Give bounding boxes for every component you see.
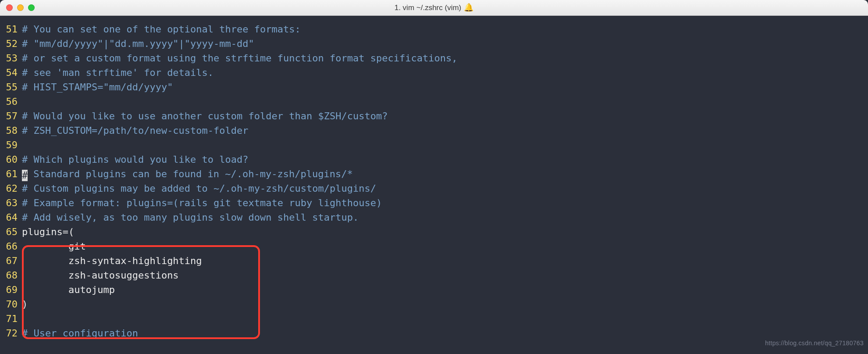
code-line[interactable]: 67 zsh-syntax-highlighting	[0, 254, 868, 268]
line-number: 58	[0, 123, 22, 138]
code-line[interactable]: 63# Example format: plugins=(rails git t…	[0, 196, 868, 210]
line-number: 55	[0, 80, 22, 94]
window-title: 1. vim ~/.zshrc (vim) 🔔	[0, 0, 868, 15]
code-text: # Standard plugins can be found in ~/.oh…	[22, 167, 353, 181]
code-line[interactable]: 60# Which plugins would you like to load…	[0, 152, 868, 167]
line-number: 60	[0, 152, 22, 167]
code-line[interactable]: 72# User configuration	[0, 326, 868, 340]
code-line[interactable]: 68 zsh-autosuggestions	[0, 268, 868, 282]
code-text: # see 'man strftime' for details.	[22, 65, 213, 80]
traffic-lights	[6, 4, 35, 11]
line-number: 66	[0, 239, 22, 254]
code-line[interactable]: 70)	[0, 297, 868, 311]
line-number: 67	[0, 254, 22, 268]
minimize-button[interactable]	[17, 4, 24, 11]
code-text: # Which plugins would you like to load?	[22, 152, 249, 167]
window-title-text: 1. vim ~/.zshrc (vim)	[395, 0, 462, 15]
code-text: git	[22, 239, 86, 254]
code-text: autojump	[22, 282, 115, 297]
code-line[interactable]: 59	[0, 138, 868, 152]
code-text: # Would you like to use another custom f…	[22, 109, 388, 123]
code-text: # Custom plugins may be added to ~/.oh-m…	[22, 181, 376, 196]
code-text: # or set a custom format using the strft…	[22, 51, 457, 65]
code-line[interactable]: 58# ZSH_CUSTOM=/path/to/new-custom-folde…	[0, 123, 868, 138]
code-line[interactable]: 66 git	[0, 239, 868, 254]
code-line[interactable]: 62# Custom plugins may be added to ~/.oh…	[0, 181, 868, 196]
line-number: 70	[0, 297, 22, 311]
bell-icon: 🔔	[464, 0, 473, 15]
code-text: # Add wisely, as too many plugins slow d…	[22, 210, 359, 225]
code-text: # User configuration	[22, 326, 138, 340]
code-text: zsh-autosuggestions	[22, 268, 179, 282]
line-number: 64	[0, 210, 22, 225]
code-text: # ZSH_CUSTOM=/path/to/new-custom-folder	[22, 123, 249, 138]
line-number: 71	[0, 311, 22, 326]
code-line[interactable]: 53# or set a custom format using the str…	[0, 51, 868, 65]
line-number: 52	[0, 36, 22, 51]
code-line[interactable]: 51# You can set one of the optional thre…	[0, 22, 868, 36]
line-number: 61	[0, 167, 22, 181]
line-number: 65	[0, 225, 22, 239]
line-number: 53	[0, 51, 22, 65]
line-number: 57	[0, 109, 22, 123]
code-line[interactable]: 61# Standard plugins can be found in ~/.…	[0, 167, 868, 181]
line-number: 62	[0, 181, 22, 196]
close-button[interactable]	[6, 4, 13, 11]
code-text: # You can set one of the optional three …	[22, 22, 301, 36]
line-number: 72	[0, 326, 22, 340]
watermark: https://blog.csdn.net/qq_27180763	[765, 336, 864, 350]
code-line[interactable]: 54# see 'man strftime' for details.	[0, 65, 868, 80]
code-line[interactable]: 56	[0, 94, 868, 109]
line-number: 69	[0, 282, 22, 297]
code-text: plugins=(	[22, 225, 74, 239]
code-text: zsh-syntax-highlighting	[22, 254, 202, 268]
code-line[interactable]: 64# Add wisely, as too many plugins slow…	[0, 210, 868, 225]
code-line[interactable]: 52# "mm/dd/yyyy"|"dd.mm.yyyy"|"yyyy-mm-d…	[0, 36, 868, 51]
code-text: # HIST_STAMPS="mm/dd/yyyy"	[22, 80, 173, 94]
maximize-button[interactable]	[28, 4, 35, 11]
editor-area[interactable]: 51# You can set one of the optional thre…	[0, 16, 868, 354]
line-number: 54	[0, 65, 22, 80]
code-line[interactable]: 57# Would you like to use another custom…	[0, 109, 868, 123]
line-number: 68	[0, 268, 22, 282]
code-line[interactable]: 65plugins=(	[0, 225, 868, 239]
line-number: 63	[0, 196, 22, 210]
window-titlebar: 1. vim ~/.zshrc (vim) 🔔	[0, 0, 868, 16]
code-text: )	[22, 297, 28, 311]
code-line[interactable]: 71	[0, 311, 868, 326]
cursor: #	[22, 170, 28, 181]
code-line[interactable]: 55# HIST_STAMPS="mm/dd/yyyy"	[0, 80, 868, 94]
code-text: # Example format: plugins=(rails git tex…	[22, 196, 382, 210]
code-text: # "mm/dd/yyyy"|"dd.mm.yyyy"|"yyyy-mm-dd"	[22, 36, 254, 51]
line-number: 56	[0, 94, 22, 109]
code-line[interactable]: 69 autojump	[0, 282, 868, 297]
line-number: 51	[0, 22, 22, 36]
line-number: 59	[0, 138, 22, 152]
